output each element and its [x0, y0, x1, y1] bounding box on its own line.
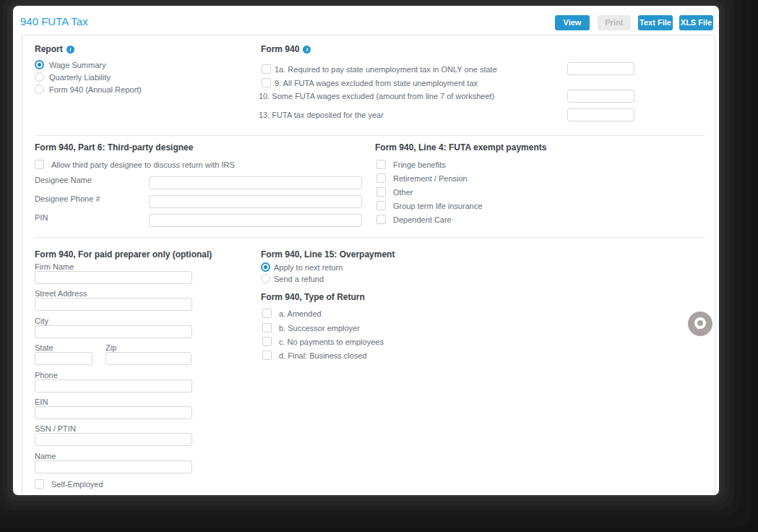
form940-heading-label: Form 940	[261, 44, 299, 54]
radio-wage-summary[interactable]	[35, 60, 44, 69]
radio-form940-annual[interactable]	[35, 85, 44, 94]
street-address-label: Street Address	[35, 289, 87, 298]
city-input[interactable]	[35, 325, 192, 338]
ein-input[interactable]	[35, 406, 192, 419]
print-button: Print	[598, 15, 631, 30]
checkbox-successor-employer-label[interactable]: b. Successor employer	[279, 324, 360, 332]
checkbox-fringe-benefits[interactable]	[376, 160, 386, 169]
firm-name-input[interactable]	[35, 271, 192, 284]
radio-apply-next-return-label[interactable]: Apply to next return	[274, 263, 343, 272]
preparer-heading: Form 940, For paid preparer only (option…	[35, 249, 212, 259]
designee-phone-input[interactable]	[149, 195, 362, 208]
checkbox-successor-employer[interactable]	[262, 323, 272, 332]
checkbox-retirement-pension-label[interactable]: Retirement / Pension	[393, 174, 468, 183]
checkbox-group-term-life-label[interactable]: Group term life insurance	[393, 202, 483, 210]
preparer-name-label: Name	[35, 452, 56, 460]
speech-bubble-glyph	[692, 315, 709, 332]
checkbox-other[interactable]	[376, 187, 386, 197]
report-heading: Report	[35, 44, 74, 54]
text-file-button[interactable]: Text File	[638, 15, 673, 30]
checkbox-amended[interactable]	[262, 309, 272, 318]
phone-label: Phone	[35, 371, 58, 379]
line-13-amount-input[interactable]	[567, 108, 634, 121]
radio-apply-next-return[interactable]	[261, 262, 270, 272]
state-label: State	[35, 343, 53, 352]
radio-send-refund-label[interactable]: Send a refund	[274, 275, 324, 283]
part6-heading: Form 940, Part 6: Third-party designee	[35, 142, 193, 153]
checkbox-allow-designee[interactable]	[35, 160, 44, 169]
line-10-label: 10. Some FUTA wages excluded (amount fro…	[259, 92, 494, 100]
checkbox-group-term-life[interactable]	[376, 201, 386, 210]
street-address-input[interactable]	[35, 298, 192, 311]
checkbox-fringe-benefits-label[interactable]: Fringe benefits	[393, 160, 446, 169]
checkbox-no-payments[interactable]	[262, 337, 272, 346]
view-button[interactable]: View	[555, 15, 590, 30]
checkbox-line-9[interactable]	[262, 78, 271, 87]
page-title: 940 FUTA Tax	[20, 15, 88, 27]
zip-label: Zip	[105, 343, 116, 352]
ssn-ptin-label: SSN / PTIN	[35, 424, 76, 433]
ein-label: EIN	[35, 398, 48, 406]
line-13-label: 13. FUTA tax deposited for the year	[259, 111, 384, 119]
section-divider	[35, 135, 705, 136]
checkbox-dependent-care-label[interactable]: Dependent Care	[393, 215, 452, 224]
section-divider	[35, 237, 705, 238]
checkbox-final-business-closed-label[interactable]: d. Final: Business closed	[279, 351, 367, 360]
checkbox-line-1a-label[interactable]: 1a. Required to pay state unemployment t…	[275, 65, 497, 74]
checkbox-final-business-closed[interactable]	[262, 351, 272, 360]
designee-name-label: Designee Name	[35, 176, 92, 184]
designee-phone-label: Designee Phone #	[35, 194, 100, 203]
state-input[interactable]	[35, 352, 92, 365]
checkbox-amended-label[interactable]: a. Amended	[279, 309, 322, 318]
radio-quarterly-liability-label[interactable]: Quarterly Liability	[49, 73, 111, 82]
overpayment-heading: Form 940, Line 15: Overpayment	[261, 249, 395, 259]
xls-file-button[interactable]: XLS File	[679, 15, 713, 30]
chat-bubble-icon[interactable]	[688, 312, 712, 336]
line-1a-amount-input[interactable]	[567, 62, 634, 75]
city-label: City	[35, 317, 48, 325]
checkbox-allow-designee-label[interactable]: Allow third party designee to discuss re…	[51, 160, 235, 169]
checkbox-line-1a[interactable]	[262, 64, 271, 74]
checkbox-no-payments-label[interactable]: c. No payments to employees	[279, 338, 384, 346]
firm-name-label: Firm Name	[35, 262, 74, 271]
checkbox-self-employed-label[interactable]: Self-Employed	[51, 480, 103, 489]
pin-input[interactable]	[149, 214, 362, 227]
form-panel: Report Wage Summary Quarterly Liability …	[22, 35, 715, 495]
line4-heading: Form 940, Line 4: FUTA exempt payments	[375, 142, 546, 153]
line-10-amount-input[interactable]	[567, 90, 634, 103]
checkbox-line-9-label[interactable]: 9. All FUTA wages excluded from state un…	[275, 79, 478, 87]
info-icon[interactable]	[66, 46, 74, 53]
radio-quarterly-liability[interactable]	[35, 72, 44, 82]
report-heading-label: Report	[35, 44, 63, 54]
pin-label: PIN	[35, 213, 48, 222]
radio-send-refund[interactable]	[261, 274, 270, 283]
type-of-return-heading: Form 940, Type of Return	[261, 292, 365, 302]
designee-name-input[interactable]	[149, 176, 362, 189]
zip-input[interactable]	[105, 352, 191, 365]
checkbox-other-label[interactable]: Other	[393, 188, 413, 197]
ssn-ptin-input[interactable]	[35, 433, 192, 446]
checkbox-self-employed[interactable]	[35, 479, 44, 489]
form940-heading: Form 940	[261, 44, 311, 54]
radio-wage-summary-label[interactable]: Wage Summary	[49, 61, 105, 69]
checkbox-dependent-care[interactable]	[376, 215, 386, 224]
preparer-name-input[interactable]	[35, 460, 192, 473]
info-icon[interactable]	[303, 46, 311, 53]
app-window: 940 FUTA Tax View Print Text File XLS Fi…	[13, 6, 719, 495]
phone-input[interactable]	[35, 379, 192, 392]
checkbox-retirement-pension[interactable]	[376, 173, 386, 183]
radio-form940-annual-label[interactable]: Form 940 (Annual Report)	[49, 85, 142, 94]
